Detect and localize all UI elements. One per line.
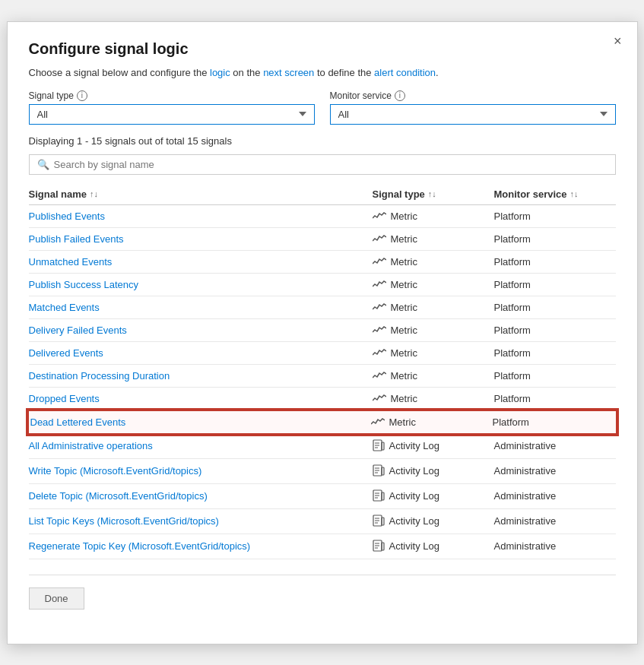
signal-name-cell: Delete Topic (Microsoft.EventGrid/topics… [29, 490, 373, 502]
close-button[interactable]: × [614, 34, 622, 48]
metric-icon [373, 394, 386, 403]
signal-type-cell: Metric [373, 370, 494, 382]
signal-name-link[interactable]: Published Events [29, 211, 105, 222]
signal-type-cell: Activity Log [373, 439, 494, 453]
signal-type-cell: Metric [373, 211, 494, 222]
metric-icon [373, 211, 386, 220]
signal-name-cell: Destination Processing Duration [29, 370, 373, 382]
svg-rect-16 [382, 518, 384, 525]
signal-type-label: Signal type i [29, 90, 315, 101]
monitor-service-sort-icon[interactable]: ↑↓ [570, 189, 579, 198]
signal-name-sort-icon[interactable]: ↑↓ [90, 189, 98, 198]
log-icon [373, 540, 385, 553]
signal-type-cell: Metric [373, 233, 494, 245]
signal-name-link[interactable]: All Administrative operations [29, 440, 153, 451]
dialog-title: Configure signal logic [29, 40, 616, 58]
metric-icon [373, 280, 386, 289]
signal-name-cell: List Topic Keys (Microsoft.EventGrid/top… [29, 515, 373, 527]
signal-name-cell: Unmatched Events [29, 256, 373, 268]
table-row[interactable]: Destination Processing Duration Metric P… [29, 365, 616, 388]
table-header: Signal name ↑↓ Signal type ↑↓ Monitor se… [29, 184, 616, 205]
signal-name-link[interactable]: Destination Processing Duration [29, 370, 170, 382]
table-row[interactable]: Delivery Failed Events Metric Platform [29, 319, 616, 342]
signal-type-value: Metric [391, 211, 417, 222]
table-row[interactable]: Delete Topic (Microsoft.EventGrid/topics… [29, 484, 616, 509]
table-row[interactable]: Delivered Events Metric Platform [29, 342, 616, 365]
signal-name-link[interactable]: Publish Success Latency [29, 279, 139, 290]
table-row[interactable]: All Administrative operations Activity L… [29, 434, 616, 459]
signal-type-group: Signal type i All [29, 90, 315, 125]
signal-name-cell: Regenerate Topic Key (Microsoft.EventGri… [29, 540, 373, 552]
table-row[interactable]: Write Topic (Microsoft.EventGrid/topics)… [29, 459, 616, 484]
table-row[interactable]: Unmatched Events Metric Platform [29, 251, 616, 274]
signal-name-link[interactable]: Delete Topic (Microsoft.EventGrid/topics… [29, 490, 208, 502]
svg-rect-11 [382, 492, 384, 500]
signal-type-cell: Metric [373, 325, 494, 336]
table-row[interactable]: Dead Lettered Events Metric Platform [27, 410, 617, 435]
signal-name-cell: Published Events [29, 211, 373, 222]
signal-type-info-icon[interactable]: i [77, 90, 87, 101]
monitor-service-cell: Platform [493, 416, 614, 428]
done-button[interactable]: Done [29, 587, 84, 610]
monitor-service-cell: Administrative [494, 490, 616, 502]
log-icon [373, 439, 385, 453]
monitor-service-select[interactable]: All [330, 104, 616, 125]
signal-name-cell: Matched Events [29, 302, 373, 313]
signal-name-link[interactable]: Delivered Events [29, 347, 103, 359]
signal-type-sort-icon[interactable]: ↑↓ [428, 189, 436, 198]
signals-table: Signal name ↑↓ Signal type ↑↓ Monitor se… [29, 184, 616, 559]
table-row[interactable]: Published Events Metric Platform [29, 205, 616, 228]
signal-type-cell: Activity Log [373, 489, 494, 503]
signal-name-cell: Dropped Events [29, 393, 373, 404]
metric-icon [371, 417, 385, 426]
monitor-service-info-icon[interactable]: i [395, 90, 405, 101]
table-row[interactable]: Publish Failed Events Metric Platform [29, 228, 616, 251]
signal-type-cell: Metric [371, 416, 493, 428]
signal-type-value: Activity Log [389, 540, 439, 552]
table-row[interactable]: Matched Events Metric Platform [29, 296, 616, 319]
table-row[interactable]: Dropped Events Metric Platform [29, 388, 616, 410]
col-signal-type: Signal type ↑↓ [373, 188, 494, 200]
signal-type-value: Metric [391, 279, 417, 290]
search-box: 🔍 [29, 154, 616, 175]
signal-name-link[interactable]: Delivery Failed Events [29, 325, 127, 336]
signal-name-link[interactable]: Dropped Events [29, 393, 100, 404]
signal-type-cell: Activity Log [373, 540, 494, 553]
monitor-service-cell: Platform [494, 256, 616, 268]
metric-icon [373, 257, 386, 266]
signal-type-select[interactable]: All [29, 104, 315, 125]
monitor-service-cell: Platform [494, 370, 616, 382]
metric-icon [373, 325, 386, 334]
svg-rect-1 [382, 442, 384, 450]
monitor-service-cell: Administrative [494, 515, 616, 527]
signal-name-link[interactable]: Publish Failed Events [29, 233, 124, 245]
monitor-service-cell: Platform [494, 347, 616, 359]
signal-name-cell: All Administrative operations [29, 440, 373, 451]
signal-name-cell: Dead Lettered Events [30, 416, 371, 428]
monitor-service-cell: Platform [494, 325, 616, 336]
signal-name-link[interactable]: Regenerate Topic Key (Microsoft.EventGri… [29, 540, 251, 552]
monitor-service-cell: Platform [494, 302, 616, 313]
signal-type-value: Activity Log [389, 515, 439, 527]
table-row[interactable]: List Topic Keys (Microsoft.EventGrid/top… [29, 509, 616, 534]
svg-rect-21 [382, 543, 384, 550]
table-row[interactable]: Regenerate Topic Key (Microsoft.EventGri… [29, 534, 616, 559]
search-icon: 🔍 [37, 159, 49, 170]
signal-type-cell: Metric [373, 256, 494, 268]
signal-name-link[interactable]: Dead Lettered Events [30, 416, 126, 428]
signal-name-link[interactable]: List Topic Keys (Microsoft.EventGrid/top… [29, 515, 219, 527]
signal-type-value: Metric [389, 416, 416, 428]
signal-type-cell: Metric [373, 302, 494, 313]
signal-type-value: Metric [391, 347, 417, 359]
table-row[interactable]: Publish Success Latency Metric Platform [29, 274, 616, 296]
signal-type-cell: Activity Log [373, 464, 494, 478]
signal-name-cell: Delivered Events [29, 347, 373, 359]
signal-name-link[interactable]: Write Topic (Microsoft.EventGrid/topics) [29, 465, 202, 477]
signal-name-link[interactable]: Matched Events [29, 302, 100, 313]
monitor-service-cell: Platform [494, 211, 616, 222]
monitor-service-cell: Platform [494, 279, 616, 290]
log-icon [373, 464, 385, 478]
search-input[interactable] [54, 159, 608, 170]
signal-type-cell: Metric [373, 393, 494, 404]
signal-name-link[interactable]: Unmatched Events [29, 256, 113, 268]
